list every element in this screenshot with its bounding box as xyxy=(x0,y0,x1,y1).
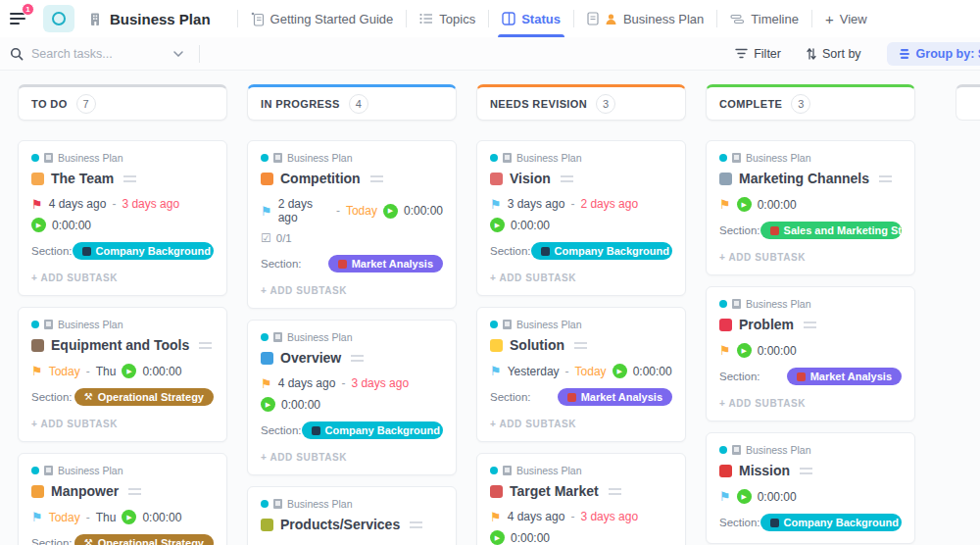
priority-flag-icon[interactable]: ⚑ xyxy=(719,344,731,357)
section-pill[interactable]: Company Background xyxy=(302,421,443,439)
add-subtask-button[interactable]: + ADD SUBTASK xyxy=(490,272,672,283)
timer-play-button[interactable]: ▶ xyxy=(737,489,752,504)
column-header[interactable]: COMPLETE3 xyxy=(706,84,915,121)
section-pill[interactable]: Company Background xyxy=(531,242,672,260)
task-card[interactable]: Business PlanManpower⚑Today-Thu▶0:00:00S… xyxy=(18,453,227,545)
checklist-row[interactable]: ☑0/1 xyxy=(261,231,443,245)
priority-flag-icon[interactable]: ⚑ xyxy=(490,365,502,377)
priority-flag-icon[interactable]: ⚑ xyxy=(31,511,43,523)
add-subtask-button[interactable]: + ADD SUBTASK xyxy=(261,452,443,463)
section-pill[interactable]: Market Analysis xyxy=(558,388,672,406)
column-header[interactable]: TO DO7 xyxy=(18,84,227,121)
workspace-avatar[interactable] xyxy=(43,5,74,32)
task-card[interactable]: Business PlanProblem⚑▶0:00:00Section:Mar… xyxy=(706,286,915,421)
tab-timeline[interactable]: Timeline xyxy=(728,0,801,37)
due-date[interactable]: Thu xyxy=(96,511,117,524)
timer-play-button[interactable]: ▶ xyxy=(122,364,136,378)
timer-play-button[interactable]: ▶ xyxy=(490,218,505,232)
task-card[interactable]: Business PlanMission⚑▶0:00:00Section:Com… xyxy=(706,432,915,544)
timer-play-button[interactable]: ▶ xyxy=(490,530,505,545)
section-row: Section:Company Background xyxy=(261,421,443,439)
section-label: Section: xyxy=(31,391,73,403)
section-pill[interactable]: Company Background xyxy=(73,242,214,260)
section-row: Section:Market Analysis xyxy=(261,255,443,272)
due-date[interactable]: 3 days ago xyxy=(122,197,179,211)
section-pill[interactable]: Sales and Marketing Str... xyxy=(760,222,902,239)
due-date[interactable]: 2 days ago xyxy=(580,197,638,211)
timer-play-button[interactable]: ▶ xyxy=(737,343,752,358)
section-pill[interactable]: ⚒Operational Strategy xyxy=(74,534,214,545)
group-by-label: Group by: Status xyxy=(916,47,980,61)
priority-flag-icon[interactable]: ⚑ xyxy=(490,511,502,523)
section-pill[interactable]: ⚒Operational Strategy xyxy=(74,388,214,406)
time-row: ▶0:00:00 xyxy=(261,397,443,412)
add-subtask-button[interactable]: + ADD SUBTASK xyxy=(490,419,672,429)
priority-flag-icon[interactable]: ⚑ xyxy=(490,198,502,211)
list-color-dot-icon xyxy=(490,321,498,328)
section-pill[interactable]: Market Analysis xyxy=(787,368,902,385)
timer-play-button[interactable]: ▶ xyxy=(737,197,752,212)
start-date[interactable]: 4 days ago xyxy=(508,510,565,523)
date-separator: - xyxy=(112,197,116,211)
task-card[interactable]: Business PlanOverview⚑4 days ago-3 days … xyxy=(247,320,457,475)
start-date[interactable]: Today xyxy=(49,365,80,378)
timer-play-button[interactable]: ▶ xyxy=(122,510,136,524)
add-subtask-button[interactable]: + ADD SUBTASK xyxy=(31,419,214,429)
priority-flag-icon[interactable]: ⚑ xyxy=(261,205,272,218)
group-by-button[interactable]: Group by: Status xyxy=(887,42,980,66)
task-card[interactable]: Business PlanVision⚑3 days ago-2 days ag… xyxy=(476,140,686,296)
timer-play-button[interactable]: ▶ xyxy=(261,397,275,412)
sort-by-button[interactable]: Sort by xyxy=(807,47,861,61)
tab-topics[interactable]: Topics xyxy=(417,0,477,37)
task-title-row: Equipment and Tools xyxy=(31,337,214,353)
add-view-button[interactable]: + View xyxy=(823,0,869,37)
tab-status[interactable]: Status xyxy=(500,0,563,37)
add-subtask-button[interactable]: + ADD SUBTASK xyxy=(31,272,214,283)
priority-flag-icon[interactable]: ⚑ xyxy=(719,490,731,503)
start-date[interactable]: 2 days ago xyxy=(278,197,330,224)
tab-business-plan-doc[interactable]: Business Plan xyxy=(585,0,706,37)
due-date[interactable]: Today xyxy=(575,365,607,378)
task-emoji-icon xyxy=(490,173,503,185)
add-subtask-button[interactable]: + ADD SUBTASK xyxy=(719,398,902,409)
column-header[interactable]: NEEDS REVISION3 xyxy=(476,84,686,121)
add-subtask-button[interactable]: + ADD SUBTASK xyxy=(719,252,902,263)
priority-flag-icon[interactable]: ⚑ xyxy=(31,198,43,211)
building-icon xyxy=(503,466,512,475)
section-pill[interactable]: Company Background xyxy=(760,514,902,531)
task-card[interactable]: Business PlanProducts/Services⚑3 days ag… xyxy=(247,486,457,545)
filter-button[interactable]: Filter xyxy=(735,47,781,61)
task-card[interactable]: Business PlanThe Team⚑4 days ago-3 days … xyxy=(18,140,227,296)
tab-getting-started-guide[interactable]: Getting Started Guide xyxy=(249,0,396,37)
list-name: Business Plan xyxy=(58,152,123,164)
task-card[interactable]: Business PlanTarget Market⚑4 days ago-3 … xyxy=(476,453,686,545)
priority-flag-icon[interactable]: ⚑ xyxy=(261,377,272,390)
due-date[interactable]: Thu xyxy=(96,365,117,378)
task-card[interactable]: Business PlanEquipment and Tools⚑Today-T… xyxy=(18,307,227,442)
due-date[interactable]: Today xyxy=(346,204,377,218)
due-date[interactable]: 3 days ago xyxy=(580,510,638,523)
section-row: Section:Company Background xyxy=(490,242,672,260)
timer-play-button[interactable]: ▶ xyxy=(612,364,627,378)
start-date[interactable]: 4 days ago xyxy=(49,197,107,211)
column-header[interactable]: IN PROGRESS4 xyxy=(247,84,457,121)
priority-flag-icon[interactable]: ⚑ xyxy=(719,198,731,211)
search-input[interactable]: Search tasks... xyxy=(10,47,113,61)
menu-icon[interactable]: 1 xyxy=(10,8,31,29)
start-date[interactable]: Yesterday xyxy=(508,365,560,378)
workspace-title-group[interactable]: Business Plan xyxy=(88,11,211,27)
task-card[interactable]: Business PlanCompetition⚑2 days ago-Toda… xyxy=(247,140,457,309)
timer-play-button[interactable]: ▶ xyxy=(383,204,398,219)
priority-flag-icon[interactable]: ⚑ xyxy=(31,365,43,377)
task-card[interactable]: Business PlanSolution⚑Yesterday-Today▶0:… xyxy=(476,307,686,442)
due-date[interactable]: 3 days ago xyxy=(351,376,409,390)
start-date[interactable]: 4 days ago xyxy=(278,376,336,390)
start-date[interactable]: 3 days ago xyxy=(508,197,565,211)
add-subtask-button[interactable]: + ADD SUBTASK xyxy=(261,285,443,296)
board-column-to-do: TO DO7Business PlanThe Team⚑4 days ago-3… xyxy=(18,84,227,545)
task-card[interactable]: Business PlanMarketing Channels⚑▶0:00:00… xyxy=(706,140,915,275)
section-pill[interactable]: Market Analysis xyxy=(328,255,443,272)
timer-play-button[interactable]: ▶ xyxy=(31,218,46,232)
start-date[interactable]: Today xyxy=(49,511,80,524)
chevron-down-icon[interactable] xyxy=(173,51,183,57)
